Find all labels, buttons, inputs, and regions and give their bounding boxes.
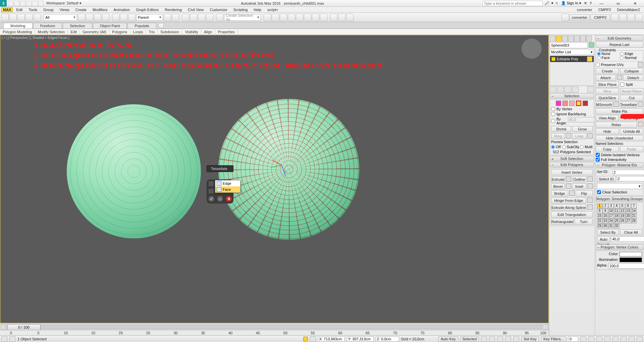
layer-manager-icon[interactable] <box>288 14 295 21</box>
qat-redo-icon[interactable] <box>32 1 38 6</box>
stack-show-end-icon[interactable] <box>587 56 592 62</box>
sg-14[interactable]: 14 <box>631 209 637 213</box>
tessellate-settings-icon[interactable] <box>638 102 643 107</box>
ribbon-expand-icon[interactable] <box>158 23 164 28</box>
render-setup-icon[interactable] <box>330 14 337 21</box>
rollout-material-ids[interactable]: −Polygon: Material IDs <box>596 162 643 168</box>
nav-zoom-all-icon[interactable] <box>629 336 635 342</box>
extrude-along-spline-button[interactable]: Extrude Along Spline <box>551 205 586 211</box>
view-align-button[interactable]: View Align <box>596 115 619 121</box>
play-end-icon[interactable] <box>513 336 519 342</box>
object-color-swatch[interactable] <box>589 42 594 48</box>
graphite-icon[interactable] <box>296 14 303 21</box>
panel-loops[interactable]: Loops <box>130 30 146 34</box>
tessellate-button[interactable]: Tessellate <box>620 102 637 108</box>
render-icon[interactable] <box>346 14 354 21</box>
create-button[interactable]: Create <box>596 68 619 74</box>
tab-object-paint[interactable]: Object Paint <box>93 23 127 28</box>
panel-align[interactable]: Align <box>201 30 215 34</box>
sg-17[interactable]: 17 <box>608 214 614 218</box>
sg-23[interactable]: 23 <box>603 219 608 223</box>
menu-converter[interactable]: converter <box>574 8 595 12</box>
rollout-edit-polygons[interactable]: −Edit Polygons <box>550 162 594 167</box>
menu-script-plus[interactable]: script+ <box>265 8 281 12</box>
viewcube-icon[interactable] <box>522 39 542 59</box>
modifier-list-dropdown[interactable]: Modifier List▾ <box>550 49 594 55</box>
reset-plane-button[interactable]: Reset Plane <box>620 88 643 94</box>
auto-smooth-button[interactable]: Auto Smooth <box>597 236 610 242</box>
preview-multi-radio[interactable]: Multi <box>580 145 592 149</box>
sg-8[interactable]: 8 <box>597 209 602 213</box>
material-editor-icon[interactable] <box>320 14 327 21</box>
key-mode-selected[interactable]: Selected <box>460 336 479 342</box>
menu-cmpp2[interactable]: CMPP2 <box>596 8 614 12</box>
constraint-none-radio[interactable]: None <box>597 52 619 56</box>
inset-button[interactable]: Inset <box>572 183 586 189</box>
sg-4[interactable]: 4 <box>614 204 620 208</box>
rollout-edit-geometry[interactable]: −Edit Geometry <box>596 36 643 41</box>
panel-edit[interactable]: Edit <box>68 30 80 34</box>
redo-icon[interactable] <box>9 14 17 21</box>
help-search-input[interactable] <box>482 1 543 6</box>
extra-tool-1-icon[interactable] <box>611 14 619 21</box>
sg-3[interactable]: 3 <box>608 204 614 208</box>
extra-tool-4-icon[interactable] <box>635 14 643 21</box>
sg-19[interactable]: 19 <box>620 214 625 218</box>
hide-unselected-button[interactable]: Hide Unselected <box>596 135 643 141</box>
panel-geometry-all[interactable]: Geometry (All) <box>80 30 109 34</box>
percent-snap-icon[interactable] <box>198 14 205 21</box>
cut-button[interactable]: Cut <box>620 95 643 101</box>
time-track[interactable]: 0 / 100 <box>7 325 542 329</box>
extrude-spline-settings-icon[interactable] <box>587 205 593 210</box>
make-planar-button[interactable]: Make Pla <box>596 108 643 114</box>
by-vertex-checkbox[interactable]: By Vertex <box>551 107 593 111</box>
nav-pan-icon[interactable] <box>588 336 594 342</box>
sg-12[interactable]: 12 <box>620 209 625 213</box>
retriangulate-button[interactable]: Retriangulate <box>551 219 574 225</box>
menu-graph-editors[interactable]: Graph Editors <box>133 8 161 12</box>
set-key-button[interactable]: Set Key <box>521 336 539 342</box>
converter-button[interactable]: converter <box>570 14 590 20</box>
ignore-backfacing-checkbox[interactable]: Ignore Backfacing <box>551 112 593 116</box>
rollout-smoothing-groups[interactable]: −Polygon: Smoothing Groups <box>596 196 643 202</box>
clear-selection-checkbox[interactable]: Clear Selection <box>597 190 642 194</box>
sg-11[interactable]: 11 <box>614 209 620 213</box>
menu-tools[interactable]: Tools <box>26 8 40 12</box>
menu-edit[interactable]: Edit <box>13 8 25 12</box>
pivot-center-icon[interactable] <box>164 14 171 21</box>
tess-menu-face[interactable]: Face <box>215 186 240 192</box>
display-panel-tab[interactable] <box>574 36 580 42</box>
attach-button[interactable]: Attach <box>596 75 616 81</box>
nav-max-toggle-icon[interactable] <box>637 336 643 342</box>
unhide-all-button[interactable]: Unhide All <box>620 128 643 134</box>
subobj-vertex-icon[interactable] <box>556 101 561 106</box>
qat-link-icon[interactable] <box>38 1 44 6</box>
tab-selection[interactable]: Selection <box>63 23 92 28</box>
play-next-icon[interactable] <box>505 336 511 342</box>
sg-28[interactable]: 28 <box>631 219 637 223</box>
key-filters-button[interactable]: Key Filters... <box>541 336 566 342</box>
sphere-object-left[interactable] <box>67 104 201 238</box>
panel-polygons[interactable]: Polygons <box>109 30 130 34</box>
sg-9[interactable]: 9 <box>603 209 608 213</box>
signin-button[interactable]: 👤 Sign In ▾ <box>561 1 581 5</box>
set-id-spinner[interactable]: ▲▼ <box>613 170 644 175</box>
sg-7[interactable]: 7 <box>631 204 637 208</box>
qat-open-icon[interactable] <box>14 1 19 6</box>
extrude-settings-icon[interactable] <box>566 176 571 182</box>
curve-editor-icon[interactable] <box>304 14 311 21</box>
extrude-button[interactable]: Extrude <box>551 176 565 182</box>
rendered-frame-icon[interactable] <box>338 14 345 21</box>
select-region-icon[interactable] <box>94 14 101 21</box>
viewport-label[interactable]: [ + ] [ Perspective ] [ Shaded + Edged F… <box>2 36 69 40</box>
tab-populate[interactable]: Populate <box>127 23 156 28</box>
preview-off-radio[interactable]: Off <box>551 145 561 149</box>
tab-modeling[interactable]: Modeling <box>3 23 33 28</box>
inset-settings-icon[interactable] <box>587 183 593 189</box>
subobj-border-icon[interactable] <box>569 101 575 106</box>
stack-bulb-icon[interactable] <box>551 57 555 61</box>
vertex-alpha-spinner[interactable]: ▲▼ <box>608 263 644 269</box>
close-button[interactable]: ✕ <box>628 0 642 7</box>
mirror-icon[interactable] <box>264 14 271 21</box>
hide-selected-button[interactable]: Hide Selected <box>596 128 619 134</box>
